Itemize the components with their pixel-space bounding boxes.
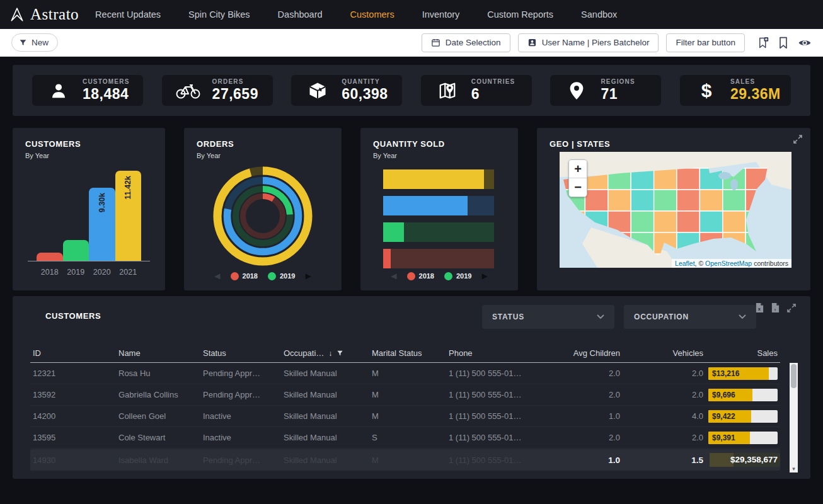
kpi-strip: CUSTOMERS 18,484 ORDERS 27,659 QUANTITY … [13,65,810,116]
cell-numeric: 2.0 [623,433,706,442]
leaflet-map[interactable]: + − Leaflet, © OpenStreetMap contributor… [560,152,791,268]
quantity-hbar-plot[interactable] [383,169,494,275]
nav-item-custom-reports[interactable]: Custom Reports [487,9,553,20]
bar-2018[interactable] [37,253,63,261]
hbar-2021[interactable] [383,169,494,189]
sales-cell: $13,216 [706,367,780,380]
scrollbar-thumb[interactable] [791,364,797,388]
date-selection-button[interactable]: Date Selection [422,33,510,52]
hbar-2019[interactable] [383,222,494,242]
new-filter-button[interactable]: New [11,33,58,52]
col-id[interactable]: ID [30,348,116,358]
user-name-button[interactable]: User Name | Piers Batchelor [518,33,659,52]
quantity-legend: ◀20182019▶ [360,272,518,280]
nav-item-dashboard[interactable]: Dashboard [278,9,323,20]
table-row[interactable]: 13595Cole StewartInactiveSkilled ManualS… [30,427,780,449]
cell: Skilled Manual [281,433,369,442]
kpi-regions: REGIONS 71 [550,75,661,106]
cell-numeric: 2.0 [623,390,706,399]
x-tick-2019: 2019 [63,268,89,277]
hbar-2018[interactable] [383,249,494,268]
kpi-value: 18,484 [83,86,130,103]
zoom-in-button[interactable]: + [569,160,587,178]
brand[interactable]: Astrato [9,6,79,23]
nav-item-customers[interactable]: Customers [350,9,394,20]
table-row[interactable]: 14200Colleen GoelInactiveSkilled ManualM… [30,406,780,427]
table-row[interactable]: 13592Gabriella CollinsPending Appr…Skill… [30,384,780,406]
dashboard-content: CUSTOMERS 18,484 ORDERS 27,659 QUANTITY … [0,57,823,479]
export-csv-icon[interactable]: , [771,302,780,313]
bar-value-label: 9.30k [98,193,106,212]
scroll-down-arrow-icon[interactable]: ▾ [790,466,798,472]
col-status[interactable]: Status [200,348,281,358]
occupation-dropdown[interactable]: OCCUPATION [624,305,756,329]
expand-icon[interactable] [786,303,797,313]
eye-icon[interactable] [798,38,812,48]
zoom-out-button[interactable]: − [569,178,587,197]
col-vehicles[interactable]: Vehicles [623,348,706,358]
table-row[interactable]: 12321Rosa HuPending Appr…Skilled ManualM… [30,363,780,384]
legend-label: 2018 [419,272,434,280]
sort-desc-icon[interactable]: ↓ [328,349,332,358]
nav-item-recent-updates[interactable]: Recent Updates [95,9,161,20]
status-dropdown-label: STATUS [492,312,524,321]
col-avg-children[interactable]: Avg Children [552,348,623,358]
col-name[interactable]: Name [116,348,200,358]
cell: Rosa Hu [116,369,200,378]
legend-prev-arrow-icon[interactable]: ◀ [214,272,220,280]
col-marital-status[interactable]: Marital Status [369,348,446,358]
legend-item-2018[interactable]: 2018 [407,272,434,280]
hbar-2020[interactable] [383,196,494,215]
dollar-icon: $ [694,81,719,100]
orders-rings-chart[interactable] [207,161,318,272]
sales-value: $13,216 [712,367,739,380]
total-avg-children: 1.0 [552,455,623,465]
cell: M [369,369,446,378]
ghost-status: Pending Appr… [200,455,281,465]
kpi-orders: ORDERS 27,659 [162,75,273,106]
chart-subtitle: By Year [197,152,329,159]
osm-link[interactable]: OpenStreetMap [705,260,752,267]
col-occupation[interactable]: Occupati… ↓ [281,348,369,358]
chart-title: CUSTOMERS [25,139,153,149]
col-sales[interactable]: Sales [706,348,780,358]
nav-item-spin-city-bikes[interactable]: Spin City Bikes [188,9,250,20]
cell: 1 (11) 500 555-01… [446,411,552,421]
legend-item-2019[interactable]: 2019 [444,272,471,280]
us-states-choropleth[interactable] [560,152,791,268]
filter-bar-button[interactable]: Filter bar button [666,33,745,52]
nav-item-sandbox[interactable]: Sandbox [581,9,617,20]
kpi-value: 71 [601,86,635,103]
col-phone[interactable]: Phone [446,348,552,358]
bar-2020[interactable]: 9.30k [89,188,115,261]
legend-dot-icon [444,272,452,280]
filter-funnel-icon[interactable] [337,350,343,357]
legend-item-2018[interactable]: 2018 [231,272,258,280]
leaflet-link[interactable]: Leaflet [675,260,695,267]
table-totals-row: 14930 Isabella Ward Pending Appr… Skille… [30,449,780,471]
bookmark-icon[interactable] [778,37,788,49]
bar-2019[interactable] [63,240,89,261]
col-occupation-label: Occupati… [284,348,324,358]
legend-label: 2018 [243,272,258,280]
legend-item-2019[interactable]: 2019 [268,272,295,280]
legend-next-arrow-icon[interactable]: ▶ [305,272,311,280]
expand-icon[interactable] [793,134,803,144]
table-scrollbar[interactable]: ▾ [790,363,798,472]
customers-bar-plot[interactable]: 9.30k11.42k [28,167,150,261]
legend-prev-arrow-icon[interactable]: ◀ [391,272,396,280]
cell: 12321 [30,369,116,378]
export-excel-icon[interactable]: x [755,302,764,313]
nav-item-inventory[interactable]: Inventory [422,9,460,20]
location-pin-icon [564,81,589,100]
table-header-row: ID Name Status Occupati… ↓ Marital Statu… [30,344,780,363]
bookmark-add-icon[interactable] [757,37,769,49]
status-dropdown[interactable]: STATUS [482,305,614,329]
kpi-value: 60,398 [342,86,388,103]
legend-next-arrow-icon[interactable]: ▶ [481,272,487,280]
table-title: CUSTOMERS [45,311,101,321]
cell: Skilled Manual [281,369,369,378]
orders-legend: ◀20182019▶ [184,272,342,280]
cell: Cole Stewart [116,433,200,442]
bar-2021[interactable]: 11.42k [115,171,142,261]
